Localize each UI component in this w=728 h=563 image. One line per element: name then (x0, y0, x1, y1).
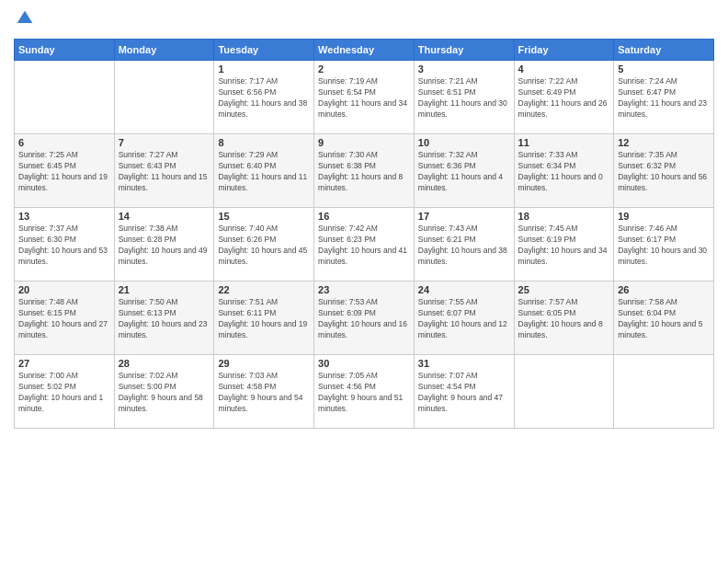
weekday-header-saturday: Saturday (614, 40, 714, 61)
calendar-cell: 3Sunrise: 7:21 AMSunset: 6:51 PMDaylight… (414, 61, 514, 134)
day-number: 14 (119, 211, 210, 222)
day-number: 28 (119, 358, 210, 369)
day-info: Sunrise: 7:58 AMSunset: 6:04 PMDaylight:… (618, 297, 710, 341)
calendar-cell: 8Sunrise: 7:29 AMSunset: 6:40 PMDaylight… (214, 134, 314, 208)
day-number: 11 (518, 137, 610, 148)
day-info: Sunrise: 7:38 AMSunset: 6:28 PMDaylight:… (119, 224, 210, 268)
calendar-cell: 15Sunrise: 7:40 AMSunset: 6:26 PMDayligh… (214, 208, 314, 282)
calendar-cell (614, 355, 714, 429)
weekday-header-monday: Monday (114, 40, 214, 61)
day-number: 8 (218, 137, 310, 148)
day-info: Sunrise: 7:45 AMSunset: 6:19 PMDaylight:… (518, 224, 610, 268)
calendar-cell: 23Sunrise: 7:53 AMSunset: 6:09 PMDayligh… (314, 282, 415, 355)
calendar-cell: 29Sunrise: 7:03 AMSunset: 4:58 PMDayligh… (214, 355, 314, 429)
day-info: Sunrise: 7:30 AMSunset: 6:38 PMDaylight:… (318, 150, 410, 194)
day-info: Sunrise: 7:07 AMSunset: 4:54 PMDaylight:… (418, 371, 510, 415)
day-number: 5 (618, 63, 710, 75)
weekday-header-friday: Friday (514, 40, 614, 61)
calendar-cell: 6Sunrise: 7:25 AMSunset: 6:45 PMDaylight… (15, 134, 115, 208)
calendar-cell: 2Sunrise: 7:19 AMSunset: 6:54 PMDaylight… (314, 61, 415, 134)
day-number: 23 (318, 284, 410, 295)
week-row-2: 6Sunrise: 7:25 AMSunset: 6:45 PMDaylight… (15, 134, 714, 208)
day-number: 25 (518, 284, 610, 295)
day-number: 12 (618, 137, 710, 148)
day-number: 31 (418, 358, 510, 369)
weekday-header-wednesday: Wednesday (314, 40, 415, 61)
day-info: Sunrise: 7:22 AMSunset: 6:49 PMDaylight:… (518, 76, 610, 121)
day-info: Sunrise: 7:40 AMSunset: 6:26 PMDaylight:… (218, 224, 310, 268)
calendar-cell: 4Sunrise: 7:22 AMSunset: 6:49 PMDaylight… (514, 61, 614, 134)
day-number: 27 (18, 358, 110, 369)
calendar-cell: 14Sunrise: 7:38 AMSunset: 6:28 PMDayligh… (114, 208, 214, 282)
calendar-cell (114, 61, 214, 134)
day-info: Sunrise: 7:21 AMSunset: 6:51 PMDaylight:… (418, 76, 510, 121)
calendar-cell: 12Sunrise: 7:35 AMSunset: 6:32 PMDayligh… (614, 134, 714, 208)
day-number: 19 (618, 211, 710, 222)
day-info: Sunrise: 7:25 AMSunset: 6:45 PMDaylight:… (18, 150, 110, 194)
weekday-header-thursday: Thursday (414, 40, 514, 61)
day-info: Sunrise: 7:19 AMSunset: 6:54 PMDaylight:… (318, 76, 410, 121)
calendar-cell: 20Sunrise: 7:48 AMSunset: 6:15 PMDayligh… (15, 282, 115, 355)
weekday-header-tuesday: Tuesday (214, 40, 314, 61)
day-number: 15 (218, 211, 310, 222)
day-number: 3 (418, 63, 510, 75)
calendar-cell: 10Sunrise: 7:32 AMSunset: 6:36 PMDayligh… (414, 134, 514, 208)
day-number: 30 (318, 358, 410, 369)
svg-marker-0 (17, 11, 33, 23)
day-info: Sunrise: 7:46 AMSunset: 6:17 PMDaylight:… (618, 224, 710, 268)
weekday-header-row: SundayMondayTuesdayWednesdayThursdayFrid… (15, 40, 714, 61)
day-number: 4 (518, 63, 610, 75)
day-number: 21 (119, 284, 210, 295)
weekday-header-sunday: Sunday (15, 40, 115, 61)
generalblue-icon (16, 9, 34, 28)
day-number: 13 (18, 211, 110, 222)
day-info: Sunrise: 7:51 AMSunset: 6:11 PMDaylight:… (218, 297, 310, 341)
day-info: Sunrise: 7:43 AMSunset: 6:21 PMDaylight:… (418, 224, 510, 268)
calendar-cell: 22Sunrise: 7:51 AMSunset: 6:11 PMDayligh… (214, 282, 314, 355)
day-info: Sunrise: 7:33 AMSunset: 6:34 PMDaylight:… (518, 150, 610, 194)
calendar-cell: 16Sunrise: 7:42 AMSunset: 6:23 PMDayligh… (314, 208, 415, 282)
day-info: Sunrise: 7:32 AMSunset: 6:36 PMDaylight:… (418, 150, 510, 194)
day-info: Sunrise: 7:29 AMSunset: 6:40 PMDaylight:… (218, 150, 310, 194)
calendar-cell: 19Sunrise: 7:46 AMSunset: 6:17 PMDayligh… (614, 208, 714, 282)
day-info: Sunrise: 7:17 AMSunset: 6:56 PMDaylight:… (218, 76, 310, 121)
calendar-cell: 24Sunrise: 7:55 AMSunset: 6:07 PMDayligh… (414, 282, 514, 355)
day-info: Sunrise: 7:42 AMSunset: 6:23 PMDaylight:… (318, 224, 410, 268)
day-number: 24 (418, 284, 510, 295)
calendar-cell (514, 355, 614, 429)
day-number: 22 (218, 284, 310, 295)
day-info: Sunrise: 7:02 AMSunset: 5:00 PMDaylight:… (119, 371, 210, 415)
day-info: Sunrise: 7:24 AMSunset: 6:47 PMDaylight:… (618, 76, 710, 121)
calendar-cell: 27Sunrise: 7:00 AMSunset: 5:02 PMDayligh… (15, 355, 115, 429)
week-row-5: 27Sunrise: 7:00 AMSunset: 5:02 PMDayligh… (15, 355, 714, 429)
calendar-cell: 18Sunrise: 7:45 AMSunset: 6:19 PMDayligh… (514, 208, 614, 282)
logo (14, 9, 34, 31)
calendar-cell: 7Sunrise: 7:27 AMSunset: 6:43 PMDaylight… (114, 134, 214, 208)
day-info: Sunrise: 7:53 AMSunset: 6:09 PMDaylight:… (318, 297, 410, 341)
calendar-cell: 30Sunrise: 7:05 AMSunset: 4:56 PMDayligh… (314, 355, 415, 429)
day-number: 29 (218, 358, 310, 369)
day-info: Sunrise: 7:27 AMSunset: 6:43 PMDaylight:… (119, 150, 210, 194)
calendar-cell: 5Sunrise: 7:24 AMSunset: 6:47 PMDaylight… (614, 61, 714, 134)
day-number: 16 (318, 211, 410, 222)
calendar-cell: 21Sunrise: 7:50 AMSunset: 6:13 PMDayligh… (114, 282, 214, 355)
calendar-cell: 9Sunrise: 7:30 AMSunset: 6:38 PMDaylight… (314, 134, 415, 208)
calendar-cell: 11Sunrise: 7:33 AMSunset: 6:34 PMDayligh… (514, 134, 614, 208)
day-number: 6 (18, 137, 110, 148)
day-number: 10 (418, 137, 510, 148)
calendar-cell: 31Sunrise: 7:07 AMSunset: 4:54 PMDayligh… (414, 355, 514, 429)
week-row-4: 20Sunrise: 7:48 AMSunset: 6:15 PMDayligh… (15, 282, 714, 355)
day-info: Sunrise: 7:00 AMSunset: 5:02 PMDaylight:… (18, 371, 110, 415)
week-row-1: 1Sunrise: 7:17 AMSunset: 6:56 PMDaylight… (15, 61, 714, 134)
calendar-cell: 13Sunrise: 7:37 AMSunset: 6:30 PMDayligh… (15, 208, 115, 282)
day-info: Sunrise: 7:05 AMSunset: 4:56 PMDaylight:… (318, 371, 410, 415)
day-info: Sunrise: 7:03 AMSunset: 4:58 PMDaylight:… (218, 371, 310, 415)
calendar-cell: 26Sunrise: 7:58 AMSunset: 6:04 PMDayligh… (614, 282, 714, 355)
page: SundayMondayTuesdayWednesdayThursdayFrid… (0, 0, 728, 563)
day-info: Sunrise: 7:35 AMSunset: 6:32 PMDaylight:… (618, 150, 710, 194)
day-info: Sunrise: 7:57 AMSunset: 6:05 PMDaylight:… (518, 297, 610, 341)
calendar-cell: 1Sunrise: 7:17 AMSunset: 6:56 PMDaylight… (214, 61, 314, 134)
calendar-cell: 25Sunrise: 7:57 AMSunset: 6:05 PMDayligh… (514, 282, 614, 355)
day-number: 1 (218, 63, 310, 75)
day-info: Sunrise: 7:48 AMSunset: 6:15 PMDaylight:… (18, 297, 110, 341)
